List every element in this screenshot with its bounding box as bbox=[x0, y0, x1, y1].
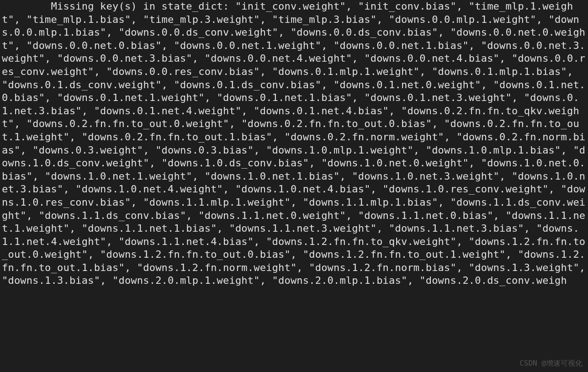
terminal-output: Missing key(s) in state_dict: "init_conv… bbox=[0, 0, 588, 287]
